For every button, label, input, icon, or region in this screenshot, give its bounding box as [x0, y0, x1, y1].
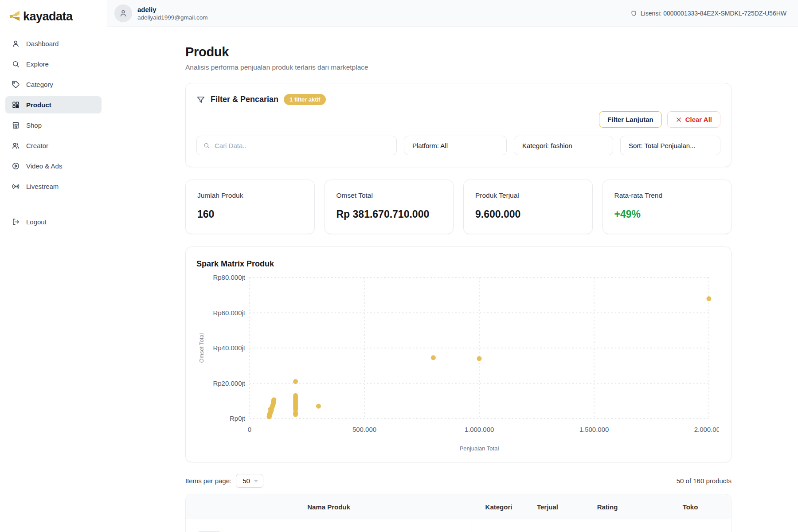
sidebar-item-shop[interactable]: Shop: [5, 117, 102, 134]
store-icon: [12, 121, 20, 129]
chevron-down-icon: [254, 478, 258, 483]
stats-row: Jumlah Produk 160 Omset Total Rp 381.670…: [185, 180, 732, 234]
play-circle-icon: [12, 162, 20, 170]
avatar: [114, 4, 132, 22]
stat-card-omset-total: Omset Total Rp 381.670.710.000: [325, 180, 454, 234]
top-header: adeliy adeliyaid1999@gmail.com Lisensi: …: [107, 0, 798, 27]
sidebar-item-product[interactable]: Product: [5, 96, 102, 113]
sidebar-item-label: Video & Ads: [26, 162, 62, 170]
filter-card: Filter & Pencarian 1 filter aktif Filter…: [185, 83, 732, 167]
kayadata-logo-icon: [9, 10, 20, 23]
sidebar-item-label: Creator: [26, 142, 48, 149]
stat-label: Produk Terjual: [475, 192, 581, 200]
stat-label: Jumlah Produk: [197, 192, 303, 200]
main-content: Produk Analisis performa penjualan produ…: [107, 0, 798, 532]
grid-icon: [12, 101, 20, 109]
user-block[interactable]: adeliy adeliyaid1999@gmail.com: [114, 4, 208, 22]
page-title: Produk: [185, 45, 798, 59]
svg-text:1.000.000: 1.000.000: [465, 426, 494, 433]
column-header-rating: Rating: [570, 494, 645, 519]
products-count-summary: 50 of 160 products: [677, 477, 732, 485]
sidebar-item-dashboard[interactable]: Dashboard: [5, 35, 102, 52]
sidebar-item-video-ads[interactable]: Video & Ads: [5, 157, 102, 175]
sidebar-item-label: Category: [26, 81, 53, 88]
svg-text:Rp40.000jt: Rp40.000jt: [213, 344, 245, 352]
users-icon: [12, 141, 20, 150]
stat-card-rata-rata-trend: Rata-rata Trend +49%: [602, 180, 732, 234]
license-text: Lisensi: 0000001333-84E2X-SMDKL-725DZ-U5…: [641, 10, 786, 17]
svg-text:Rp60.000jt: Rp60.000jt: [213, 309, 245, 317]
stat-value: 160: [197, 208, 303, 220]
sidebar-item-label: Shop: [26, 121, 42, 129]
sidebar-item-creator[interactable]: Creator: [5, 137, 102, 154]
stat-label: Omset Total: [336, 192, 442, 200]
items-per-page-label: Items per page:: [185, 477, 231, 485]
svg-text:Rp80.000jt: Rp80.000jt: [213, 274, 245, 281]
sidebar-item-label: Livestream: [26, 183, 59, 190]
tag-icon: [12, 80, 20, 89]
clear-all-button[interactable]: Clear All: [667, 111, 720, 128]
svg-text:500.000: 500.000: [352, 426, 376, 433]
column-header-terjual: Terjual: [525, 494, 570, 519]
active-filter-badge: 1 filter aktif: [284, 94, 326, 105]
chart-card: Spark Matrix Produk 0500.0001.000.0001.5…: [185, 246, 732, 462]
brand-name: kayadata: [23, 10, 73, 23]
stat-value: Rp 381.670.710.000: [336, 208, 442, 220]
broadcast-icon: [12, 182, 20, 191]
sidebar-divider: [11, 205, 96, 205]
stat-card-produk-terjual: Produk Terjual 9.600.000: [463, 180, 593, 234]
search-icon: [203, 142, 210, 149]
stat-card-jumlah-produk: Jumlah Produk 160: [185, 180, 315, 234]
search-icon: [12, 60, 20, 68]
sidebar-nav: Dashboard Explore Category Product Shop …: [0, 35, 107, 231]
sidebar-item-category[interactable]: Category: [5, 76, 102, 93]
sidebar: kayadata Dashboard Explore Category Prod…: [0, 0, 107, 532]
sidebar-item-label: Explore: [26, 60, 49, 68]
svg-text:Rp0jt: Rp0jt: [230, 415, 246, 422]
sort-dropdown[interactable]: Sort: Total Penjualan...: [620, 136, 720, 155]
platform-dropdown[interactable]: Platform: All: [404, 136, 507, 155]
stat-value: 9.600.000: [475, 208, 581, 220]
items-per-page-value: 50: [243, 477, 250, 485]
pagination-controls: Items per page: 50 50 of 160 products: [185, 474, 732, 488]
logout-button[interactable]: Logout: [5, 213, 102, 231]
svg-text:2.000.000: 2.000.000: [694, 426, 719, 433]
user-icon: [12, 39, 20, 48]
svg-text:1.500.000: 1.500.000: [579, 426, 609, 433]
platform-dropdown-value: Platform: All: [412, 142, 448, 149]
license-info: Lisensi: 0000001333-84E2X-SMDKL-725DZ-U5…: [630, 10, 786, 17]
funnel-icon: [196, 95, 205, 104]
products-table: Nama Produk Kategori Terjual Rating Toko…: [185, 494, 732, 532]
brand-logo[interactable]: kayadata: [0, 0, 107, 35]
close-icon: [676, 117, 682, 123]
advanced-filter-label: Filter Lanjutan: [607, 116, 653, 123]
filter-title: Filter & Pencarian: [211, 95, 278, 104]
items-per-page-select[interactable]: 50: [236, 474, 263, 488]
scatter-chart: 0500.0001.000.0001.500.0002.000.000Rp0jt…: [196, 270, 719, 456]
shield-icon: [630, 10, 637, 17]
user-email: adeliyaid1999@gmail.com: [137, 14, 208, 21]
table-header: Nama Produk Kategori Terjual Rating Toko: [186, 494, 731, 519]
kategori-dropdown-value: Kategori: fashion: [522, 142, 572, 149]
chart-title: Spark Matrix Produk: [196, 259, 720, 269]
svg-text:0: 0: [248, 426, 251, 433]
column-header-nama-produk: Nama Produk: [186, 494, 472, 519]
user-icon: [119, 9, 128, 18]
svg-text:Omset Total: Omset Total: [199, 333, 205, 363]
search-input[interactable]: [215, 142, 390, 149]
user-name: adeliy: [137, 6, 208, 13]
kategori-dropdown[interactable]: Kategori: fashion: [514, 136, 613, 155]
clear-all-label: Clear All: [685, 116, 712, 123]
sidebar-item-explore[interactable]: Explore: [5, 55, 102, 73]
advanced-filter-button[interactable]: Filter Lanjutan: [599, 111, 661, 128]
stat-label: Rata-rata Trend: [614, 192, 720, 200]
sort-dropdown-value: Sort: Total Penjualan...: [629, 142, 696, 149]
sidebar-item-livestream[interactable]: Livestream: [5, 178, 102, 195]
table-row[interactable]: [PROMO] Kaos Polos Lengan Pendek Cotton …: [186, 519, 731, 532]
logout-label: Logout: [26, 218, 47, 226]
svg-text:Rp20.000jt: Rp20.000jt: [213, 379, 245, 387]
stat-value-trend: +49%: [614, 208, 720, 220]
search-box[interactable]: [196, 136, 397, 155]
svg-text:Penjualan Total: Penjualan Total: [460, 445, 499, 452]
sidebar-item-label: Product: [26, 101, 51, 109]
